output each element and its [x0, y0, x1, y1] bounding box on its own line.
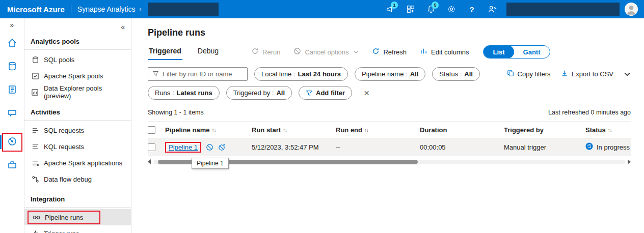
- more-actions-chevron[interactable]: [624, 71, 631, 78]
- product-name[interactable]: Synapse Analytics: [77, 5, 136, 13]
- sidebar-item-label: Apache Spark pools: [44, 72, 103, 80]
- pipeline-link[interactable]: Pipeline 1: [165, 142, 201, 153]
- run-filter-input[interactable]: [163, 70, 252, 78]
- copy-icon: [507, 70, 514, 78]
- funnel-blue-icon: [306, 90, 313, 97]
- filter-pill-runs[interactable]: Runs : Latest runs: [148, 86, 220, 100]
- copy-filters-button[interactable]: Copy filters: [507, 70, 551, 78]
- tab-triggered[interactable]: Triggered: [148, 44, 182, 60]
- download-arrow-icon: [561, 70, 568, 78]
- pipeline-name-cell: Pipeline 1: [165, 142, 252, 153]
- duration-cell: 00:00:05: [420, 143, 504, 151]
- export-csv-button[interactable]: Export to CSV: [561, 70, 613, 78]
- cancel-run-icon[interactable]: [206, 143, 213, 151]
- azure-brand[interactable]: Microsoft Azure: [0, 5, 65, 14]
- rail-item-develop[interactable]: [0, 78, 24, 102]
- sql-pools-icon: [31, 56, 39, 64]
- status-label: In progress: [597, 143, 630, 151]
- section-activities: Activities SQL requests KQL: [24, 103, 131, 187]
- sidebar-item-apache-spark-pools[interactable]: Apache Spark pools: [24, 68, 131, 84]
- column-header-status[interactable]: Status ↑↓: [585, 126, 631, 134]
- section-analytics-pools: Analytics pools SQL pools A: [24, 33, 131, 100]
- pipeline-runs-annotation-box: Pipeline runs: [28, 211, 100, 224]
- cancel-options-button[interactable]: Cancel options: [293, 47, 359, 56]
- scroll-right-arrow[interactable]: [628, 159, 631, 164]
- filter-pill-local-time[interactable]: Local time : Last 24 hours: [254, 67, 348, 81]
- cancel-circle-icon: [293, 47, 301, 56]
- cancel-recursive-icon[interactable]: [218, 143, 226, 151]
- column-header-duration[interactable]: Duration: [420, 126, 504, 134]
- filter-pill-triggered-by[interactable]: Triggered by : All: [226, 86, 292, 100]
- edit-columns-icon: [420, 47, 427, 56]
- sidebar-item-apache-spark-applications[interactable]: Apache Spark applications: [24, 155, 131, 171]
- announcements-button[interactable]: 1: [380, 0, 400, 18]
- grid-icon: [406, 5, 415, 14]
- sidebar-item-sql-requests[interactable]: SQL requests: [24, 122, 131, 138]
- sidebar-collapse-button[interactable]: «: [121, 23, 125, 31]
- deployments-button[interactable]: [400, 0, 421, 18]
- rerun-label: Rerun: [262, 48, 280, 56]
- run-end-cell: --: [336, 143, 420, 151]
- sidebar-item-kql-requests[interactable]: KQL requests: [24, 138, 131, 155]
- topbar-icon-group: 1 5: [380, 0, 502, 18]
- run-start-cell: 5/12/2023, 3:52:47 PM: [252, 143, 336, 151]
- rerun-button[interactable]: Rerun: [251, 47, 280, 56]
- column-header-run-start[interactable]: Run start ↑↓: [252, 126, 336, 134]
- app-window: Microsoft Azure Synapse Analytics › 1: [0, 0, 644, 233]
- rail-item-manage[interactable]: [0, 154, 24, 177]
- clear-filters-button[interactable]: ×: [364, 88, 369, 98]
- rail-item-data[interactable]: [0, 55, 24, 78]
- status-cell: In progress: [585, 142, 631, 152]
- scroll-left-arrow[interactable]: [148, 159, 151, 164]
- column-label: Duration: [420, 126, 447, 134]
- settings-button[interactable]: [441, 0, 462, 18]
- column-label: Run end: [336, 126, 362, 134]
- feedback-button[interactable]: [482, 0, 502, 18]
- edit-columns-button[interactable]: Edit columns: [420, 47, 469, 56]
- add-filter-button[interactable]: Add filter: [299, 86, 352, 100]
- refresh-button[interactable]: Refresh: [372, 47, 407, 56]
- cancel-options-label: Cancel options: [305, 48, 348, 56]
- table-row[interactable]: Pipeline 1 5/12/2023, 3:52:47 PM: [148, 138, 631, 156]
- column-header-triggered-by[interactable]: Triggered by: [504, 126, 585, 134]
- sidebar-item-trigger-runs[interactable]: Trigger runs: [24, 225, 131, 233]
- sidebar-item-label: KQL requests: [44, 143, 84, 151]
- column-header-pipeline-name[interactable]: Pipeline name ↑↓: [165, 126, 252, 134]
- view-toggle-gantt[interactable]: Gantt: [514, 45, 550, 59]
- row-checkbox[interactable]: [148, 143, 155, 151]
- select-all-checkbox[interactable]: [148, 126, 155, 134]
- gear-icon: [447, 5, 456, 14]
- pill-value: All: [410, 70, 419, 78]
- notifications-button[interactable]: 5: [421, 0, 441, 18]
- table-header-row: Pipeline name ↑↓ Run start ↑↓ Run end ↑↓…: [148, 121, 631, 138]
- rail-item-home[interactable]: [0, 32, 24, 55]
- pill-label: Status :: [439, 70, 462, 78]
- rerun-icon: [251, 47, 259, 56]
- refresh-icon: [372, 47, 380, 56]
- help-button[interactable]: ?: [462, 0, 482, 18]
- section-title: Analytics pools: [24, 33, 131, 50]
- briefcase-icon: [7, 160, 17, 171]
- rail-item-monitor[interactable]: [0, 130, 24, 154]
- rail-expand-button[interactable]: »: [0, 18, 24, 32]
- pill-value: All: [464, 70, 473, 78]
- sidebar-item-pipeline-runs[interactable]: Pipeline runs: [24, 209, 131, 225]
- sidebar-item-data-explorer-pools[interactable]: Data Explorer pools (preview): [24, 84, 131, 100]
- sidebar-item-label: Trigger runs: [44, 230, 79, 233]
- notifications-badge: 5: [432, 2, 439, 9]
- sidebar-item-sql-pools[interactable]: SQL pools: [24, 51, 131, 68]
- run-filter-searchbox[interactable]: [148, 67, 248, 81]
- filter-pill-status[interactable]: Status : All: [432, 67, 480, 81]
- tab-debug[interactable]: Debug: [197, 44, 220, 60]
- account-avatar[interactable]: [625, 3, 638, 16]
- column-header-run-end[interactable]: Run end ↑↓: [336, 126, 420, 134]
- pill-label: Local time :: [261, 70, 295, 78]
- rail-item-integrate[interactable]: [0, 102, 24, 125]
- page-title: Pipeline runs: [148, 27, 631, 38]
- sidebar-item-data-flow-debug[interactable]: Data flow debug: [24, 171, 131, 187]
- view-toggle-list[interactable]: List: [484, 45, 514, 59]
- section-title: Activities: [24, 103, 131, 121]
- filter-pill-pipeline-name[interactable]: Pipeline name : All: [355, 67, 425, 81]
- summary-row: Showing 1 - 1 items Last refreshed 0 min…: [148, 109, 631, 116]
- sort-icon: ↑↓: [364, 127, 368, 133]
